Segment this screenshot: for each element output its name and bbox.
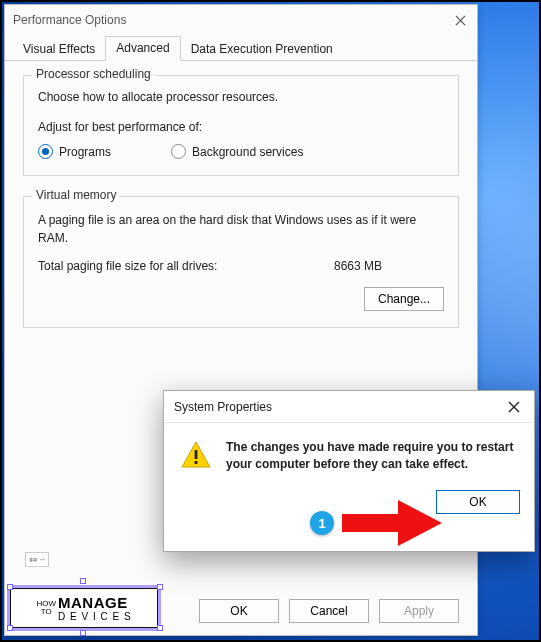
cancel-button[interactable]: Cancel — [289, 599, 369, 623]
selection-handle-icon — [157, 584, 163, 590]
ok-button[interactable]: OK — [436, 490, 520, 514]
radio-dot-icon — [38, 144, 53, 159]
apply-button[interactable]: Apply — [379, 599, 459, 623]
svg-rect-2 — [342, 514, 402, 532]
ok-button[interactable]: OK — [199, 599, 279, 623]
change-button[interactable]: Change... — [364, 287, 444, 311]
resize-handle-icon: ⇔ ·· — [25, 552, 49, 567]
callout-number: 1 — [318, 516, 325, 531]
perf-tabs: Visual Effects Advanced Data Execution P… — [5, 35, 477, 61]
selection-handle-icon — [80, 578, 86, 584]
svg-marker-3 — [398, 500, 442, 546]
tab-visual-effects[interactable]: Visual Effects — [13, 38, 105, 61]
processor-sub: Adjust for best performance of: — [38, 120, 444, 134]
vm-desc: A paging file is an area on the hard dis… — [38, 211, 444, 247]
arrow-icon — [338, 492, 448, 552]
msg-title: System Properties — [174, 400, 272, 414]
msg-titlebar[interactable]: System Properties — [164, 391, 534, 423]
selection-handle-icon — [80, 630, 86, 636]
processor-scheduling-group: Processor scheduling Choose how to alloc… — [23, 75, 459, 176]
close-icon[interactable] — [451, 11, 469, 29]
vm-total-label: Total paging file size for all drives: — [38, 259, 334, 273]
msg-text: The changes you have made require you to… — [226, 439, 518, 474]
radio-label: Programs — [59, 145, 111, 159]
close-icon[interactable] — [504, 397, 524, 417]
processor-desc: Choose how to allocate processor resourc… — [38, 90, 444, 104]
selection-handle-icon — [157, 625, 163, 631]
group-legend: Processor scheduling — [32, 67, 155, 81]
warning-icon — [180, 439, 212, 471]
selection-handle-icon — [7, 584, 13, 590]
radio-dot-icon — [171, 144, 186, 159]
radio-background-services[interactable]: Background services — [171, 144, 303, 159]
callout-badge: 1 — [310, 511, 334, 535]
wm-how2: TO — [36, 608, 56, 616]
selection-handle-icon — [7, 625, 13, 631]
svg-rect-0 — [195, 450, 198, 459]
tab-dep[interactable]: Data Execution Prevention — [181, 38, 343, 61]
group-legend: Virtual memory — [32, 188, 120, 202]
perf-title: Performance Options — [13, 13, 126, 27]
perf-titlebar[interactable]: Performance Options — [5, 5, 477, 35]
svg-rect-1 — [195, 461, 198, 464]
radio-label: Background services — [192, 145, 303, 159]
radio-programs[interactable]: Programs — [38, 144, 111, 159]
watermark-logo: HOW TO MANAGE D E V I C E S — [10, 588, 158, 628]
wm-main: MANAGE — [58, 594, 132, 611]
vm-total-value: 8663 MB — [334, 259, 444, 273]
virtual-memory-group: Virtual memory A paging file is an area … — [23, 196, 459, 328]
tab-advanced[interactable]: Advanced — [105, 36, 180, 61]
wm-sub: D E V I C E S — [58, 611, 132, 622]
